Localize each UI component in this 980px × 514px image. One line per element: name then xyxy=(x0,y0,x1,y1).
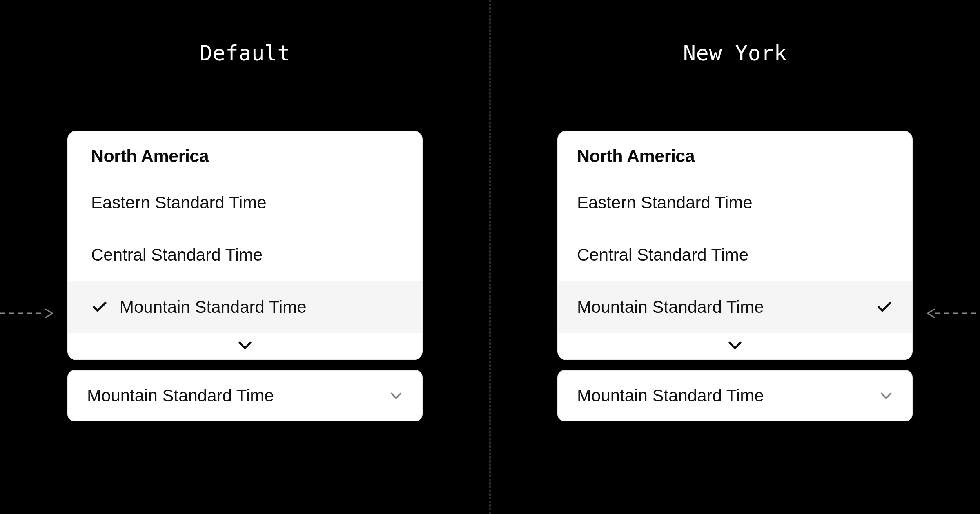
select-group-label: North America xyxy=(68,146,422,177)
select-trigger[interactable]: Mountain Standard Time xyxy=(67,370,423,421)
select-item-label: Mountain Standard Time xyxy=(577,297,764,317)
chevron-down-icon xyxy=(727,340,743,351)
style-newyork-section: New York North America Eastern Standard … xyxy=(490,0,980,514)
check-icon xyxy=(91,299,108,316)
style-default-section: Default North America Eastern Standard T… xyxy=(0,0,490,514)
select-item[interactable]: Central Standard Time xyxy=(68,229,422,281)
select-item[interactable]: Eastern Standard Time xyxy=(68,177,422,229)
select-item-label: Mountain Standard Time xyxy=(120,297,307,317)
select-trigger-value: Mountain Standard Time xyxy=(87,386,274,405)
guide-arrow-left xyxy=(925,305,980,321)
select-trigger-value: Mountain Standard Time xyxy=(577,386,764,405)
select-item[interactable]: Eastern Standard Time xyxy=(558,177,912,229)
section-title: Default xyxy=(200,41,291,65)
dropdown-panel: North America Eastern Standard Time Cent… xyxy=(557,131,913,360)
chevron-down-icon xyxy=(389,391,403,401)
select-group-label: North America xyxy=(558,146,912,177)
guide-arrow-right xyxy=(0,305,55,321)
select-item-label: Central Standard Time xyxy=(91,245,263,265)
select-item-label: Eastern Standard Time xyxy=(577,193,753,213)
chevron-down-icon xyxy=(879,391,893,401)
select-item-label: Eastern Standard Time xyxy=(91,193,267,213)
select-item[interactable]: Central Standard Time xyxy=(558,229,912,281)
check-icon xyxy=(876,299,893,316)
select-item-label: Central Standard Time xyxy=(577,245,748,265)
select-item-selected[interactable]: Mountain Standard Time xyxy=(558,281,912,333)
select-trigger[interactable]: Mountain Standard Time xyxy=(557,370,913,421)
scroll-down-indicator[interactable] xyxy=(68,333,422,354)
dropdown-panel: North America Eastern Standard Time Cent… xyxy=(67,131,423,360)
select-item-selected[interactable]: Mountain Standard Time xyxy=(68,281,422,333)
section-title: New York xyxy=(683,41,787,65)
chevron-down-icon xyxy=(237,340,253,351)
scroll-down-indicator[interactable] xyxy=(558,333,912,354)
